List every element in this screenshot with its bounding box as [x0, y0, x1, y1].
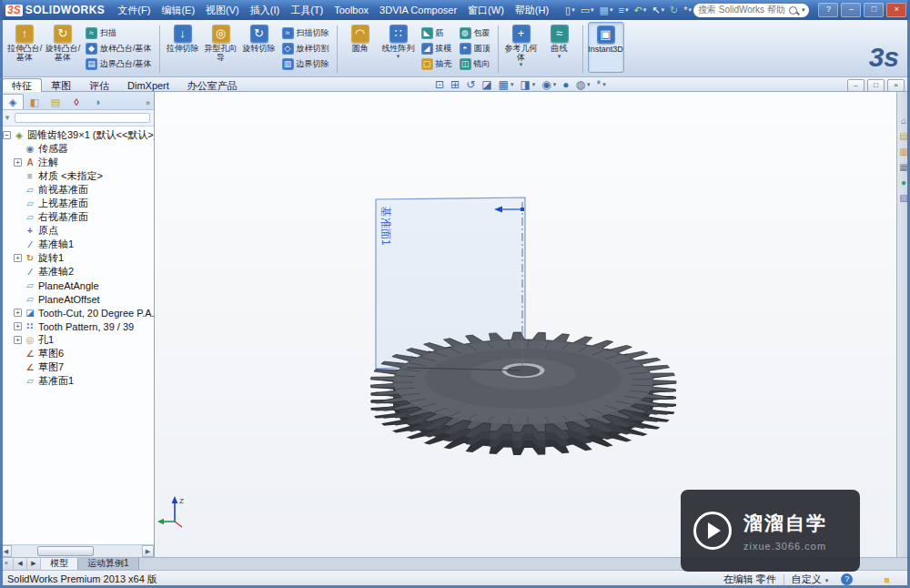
scroll-left-arrow[interactable]: ◀	[0, 545, 12, 557]
view-orientation-icon[interactable]: ▦▾	[499, 78, 514, 91]
fillet-button[interactable]: ◠圆角	[342, 22, 379, 73]
tree-front-plane[interactable]: ▱前视基准面	[0, 183, 154, 197]
motion-study-tab[interactable]: 运动算例1	[78, 558, 139, 570]
draft-button[interactable]: ◢拔模	[419, 41, 455, 56]
expander-icon[interactable]: +	[14, 158, 22, 167]
search-caret-icon[interactable]: ▾	[802, 6, 805, 14]
expander-icon[interactable]: +	[14, 309, 22, 317]
file-explorer-icon[interactable]: ▥	[898, 147, 909, 157]
dimxpertmanager-tab[interactable]: ◊	[66, 95, 86, 109]
filter-funnel-icon[interactable]: ▼	[4, 115, 11, 122]
customize-menu[interactable]: 自定义 ▾	[792, 573, 829, 586]
scrollbar-thumb[interactable]	[37, 546, 94, 556]
model-tab[interactable]: 模型	[41, 558, 78, 570]
tree-horizontal-scrollbar[interactable]: ◀ ▶	[0, 544, 154, 557]
rib-button[interactable]: ◣筋	[419, 25, 455, 40]
tree-plane-at-offset[interactable]: ▱PlaneAtOffset	[0, 292, 154, 306]
tree-top-plane[interactable]: ▱上视基准面	[0, 197, 154, 210]
tree-filter-input[interactable]	[15, 113, 150, 123]
tab-features[interactable]: 特征	[2, 78, 42, 92]
extruded-boss-button[interactable]: ↑拉伸凸台/基体	[6, 22, 43, 73]
tab-sketch[interactable]: 草图	[42, 79, 80, 92]
search-icon[interactable]	[789, 6, 797, 15]
tree-hole1[interactable]: +◎孔1	[0, 333, 154, 347]
previous-view-icon[interactable]: ↺	[466, 78, 475, 91]
doc-close-button[interactable]: ×	[887, 79, 905, 92]
scrollbar-track[interactable]	[12, 545, 142, 557]
configurationmanager-tab[interactable]: ▤	[46, 95, 66, 109]
swept-boss-button[interactable]: ≈扫描	[83, 25, 155, 40]
tree-revolve1[interactable]: +↻旋转1	[0, 251, 154, 265]
resources-icon[interactable]: ⌂	[898, 116, 909, 127]
menu-item[interactable]: 窗口(W)	[462, 0, 510, 20]
tree-annotations[interactable]: +A注解	[0, 156, 154, 169]
tab-office-products[interactable]: 办公室产品	[178, 79, 247, 92]
tree-tooth-pattern[interactable]: +∷Tooth Pattern, 39 / 39	[0, 319, 154, 333]
minimize-button[interactable]: –	[841, 3, 861, 17]
tree-sketch7[interactable]: ∠草图7	[0, 360, 154, 374]
tree-tooth-cut[interactable]: +◪Tooth-Cut, 20 Degree P.A.	[0, 306, 154, 319]
tree-plane1[interactable]: ▱基准面1	[0, 374, 154, 388]
menu-item[interactable]: 工具(T)	[285, 0, 329, 20]
tree-right-plane[interactable]: ▱右视基准面	[0, 210, 154, 224]
open-button[interactable]: ▭▾	[579, 2, 596, 18]
tree-material[interactable]: ≡材质 <未指定>	[0, 169, 154, 183]
expander-icon[interactable]: −	[3, 131, 11, 139]
design-library-icon[interactable]: ▤	[898, 131, 909, 142]
select-button[interactable]: ↖▾	[650, 2, 666, 18]
revolved-cut-button[interactable]: ↻旋转切除	[241, 22, 278, 73]
dome-button[interactable]: ◓圆顶	[457, 41, 493, 56]
maximize-button[interactable]: □	[864, 3, 884, 17]
lofted-boss-button[interactable]: ◆放样凸台/基体	[83, 41, 155, 56]
undo-button[interactable]: ↶▾	[632, 2, 648, 18]
apply-scene-icon[interactable]: ◍▾	[576, 78, 591, 91]
search-box[interactable]: 搜索 SolidWorks 帮助 ▾	[693, 4, 809, 17]
scroll-right-arrow[interactable]: ▶	[142, 545, 154, 557]
edit-appearance-icon[interactable]: ●	[562, 78, 569, 91]
custom-properties-icon[interactable]: ▧	[898, 193, 909, 204]
swept-cut-button[interactable]: ≈扫描切除	[279, 25, 332, 40]
view-palette-icon[interactable]: ▦	[898, 162, 909, 173]
doc-minimize-button[interactable]: –	[847, 79, 864, 92]
mirror-button[interactable]: ◫镜向	[457, 56, 493, 71]
menu-item[interactable]: 帮助(H)	[510, 0, 554, 20]
tree-origin[interactable]: +原点	[0, 224, 154, 238]
tree-sensors[interactable]: ◉传感器	[0, 142, 154, 156]
new-button[interactable]: ▯▾	[563, 2, 577, 18]
close-button[interactable]: ×	[886, 3, 906, 17]
scroll-prev-button[interactable]: ◀	[14, 558, 27, 570]
tree-axis2[interactable]: ∕基准轴2	[0, 265, 154, 279]
propertymanager-tab[interactable]: ◧	[25, 95, 45, 109]
rebuild-button[interactable]: ↻	[668, 2, 680, 18]
expander-icon[interactable]: +	[14, 336, 22, 344]
3d-scene[interactable]: 基准面1Z	[155, 92, 896, 557]
scroll-first-button[interactable]: «	[0, 558, 14, 570]
expander-icon[interactable]: +	[14, 322, 22, 330]
zoom-area-icon[interactable]: ⊞	[450, 78, 460, 91]
boundary-boss-button[interactable]: ▤边界凸台/基体	[83, 56, 155, 71]
instant3d-button[interactable]: ▣Instant3D	[588, 22, 624, 73]
menu-item[interactable]: 插入(I)	[245, 0, 285, 20]
scroll-next-button[interactable]: ▶	[27, 558, 41, 570]
tree-root-part[interactable]: −◈圆锥齿轮39×1 (默认<<默认>_显示	[0, 128, 154, 142]
graphics-area[interactable]: 基准面1Z	[155, 92, 896, 557]
hole-wizard-button[interactable]: ◎异型孔向导	[203, 22, 239, 73]
hide-show-items-icon[interactable]: ◉▾	[541, 78, 556, 91]
curves-button[interactable]: ≈曲线▾	[541, 22, 578, 73]
print-button[interactable]: ≡▾	[617, 2, 631, 18]
linear-pattern-button[interactable]: ∷线性阵列▾	[380, 22, 417, 73]
status-tip-icon[interactable]: ■	[884, 574, 890, 585]
options-button[interactable]: *▾	[682, 2, 693, 18]
tree-plane-at-angle[interactable]: ▱PlaneAtAngle	[0, 279, 154, 292]
help-button[interactable]: ?	[818, 3, 838, 17]
save-button[interactable]: ▦▾	[598, 2, 615, 18]
boundary-cut-button[interactable]: ▥边界切除	[279, 56, 332, 71]
panel-tabs-overflow-icon[interactable]: »	[146, 98, 154, 109]
menu-item[interactable]: 文件(F)	[112, 0, 156, 20]
view-settings-icon[interactable]: *▾	[597, 78, 606, 91]
tab-evaluate[interactable]: 评估	[80, 79, 118, 92]
revolved-boss-button[interactable]: ↻旋转凸台/基体	[45, 22, 81, 73]
featuremanager-tab[interactable]: ◈	[2, 94, 24, 109]
reference-geometry-button[interactable]: +参考几何体▾	[503, 22, 540, 73]
menu-item[interactable]: 视图(V)	[200, 0, 245, 20]
